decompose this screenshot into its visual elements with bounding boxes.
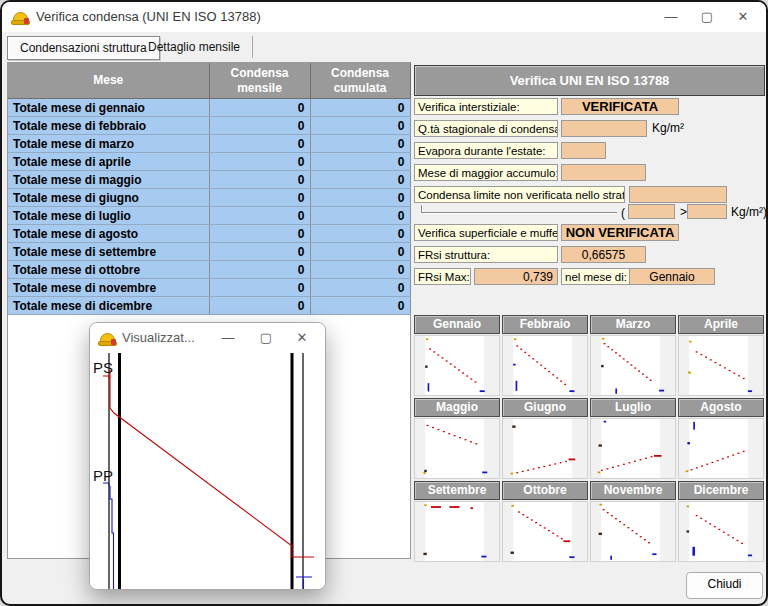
tab-bar: Condensazioni struttura Dettaglio mensil… xyxy=(2,32,766,62)
table-cell-mensile: 0 xyxy=(209,153,310,171)
month-chart-plot xyxy=(502,335,588,396)
table-cell-mese: Totale mese di ottobre xyxy=(8,261,209,279)
condensa-limite-value xyxy=(629,186,727,203)
viewer-title: Visualizzat... xyxy=(122,323,195,353)
table-row: Totale mese di gennaio00 xyxy=(8,99,410,117)
month-chart-header: Giugno xyxy=(502,398,588,417)
frsi-struttura-label: FRsi struttura: xyxy=(414,246,558,263)
month-chart-header: Dicembre xyxy=(678,481,764,500)
verifica-superficiale-value: NON VERIFICATA xyxy=(561,224,679,241)
month-chart-header: Marzo xyxy=(590,315,676,334)
table-cell-cumulata: 0 xyxy=(310,189,410,207)
month-chart-header: Aprile xyxy=(678,315,764,334)
qta-stagionale-value xyxy=(561,120,647,137)
table-row: Totale mese di luglio00 xyxy=(8,207,410,225)
table-cell-mensile: 0 xyxy=(209,297,310,315)
table-cell-cumulata: 0 xyxy=(310,207,410,225)
month-chart-maggio[interactable]: Maggio xyxy=(414,398,500,479)
table-cell-mese: Totale mese di gennaio xyxy=(8,99,209,117)
qta-stagionale-unit: Kg/m² xyxy=(652,120,684,137)
table-row: Totale mese di giugno00 xyxy=(8,189,410,207)
viewer-window[interactable]: Visualizzat... — ▢ ✕ PS PP xyxy=(89,322,326,590)
minimize-button[interactable]: — xyxy=(654,2,688,32)
maximize-button[interactable]: ▢ xyxy=(690,2,724,32)
hardhat-icon xyxy=(98,331,116,346)
month-chart-header: Novembre xyxy=(590,481,676,500)
table-row: Totale mese di febbraio00 xyxy=(8,117,410,135)
table-cell-mese: Totale mese di novembre xyxy=(8,279,209,297)
month-chart-novembre[interactable]: Novembre xyxy=(590,481,676,562)
table-cell-mese: Totale mese di maggio xyxy=(8,171,209,189)
limit-gt-sign: > xyxy=(680,204,687,221)
condensa-limite-label: Condensa limite non verificata nello str… xyxy=(414,186,625,203)
table-cell-mensile: 0 xyxy=(209,99,310,117)
frsi-max-label: FRsi Max: xyxy=(414,268,471,285)
table-cell-mese: Totale mese di settembre xyxy=(8,243,209,261)
col-header-condensa-mensile: Condensa mensile xyxy=(209,63,310,99)
pp-label: PP xyxy=(93,467,113,484)
table-row: Totale mese di aprile00 xyxy=(8,153,410,171)
table-cell-mensile: 0 xyxy=(209,135,310,153)
table-cell-cumulata: 0 xyxy=(310,135,410,153)
verifica-interstiziale-value: VERIFICATA xyxy=(561,98,679,115)
limit-paren-open: ( xyxy=(621,205,625,222)
table-cell-mese: Totale mese di luglio xyxy=(8,207,209,225)
month-chart-header: Settembre xyxy=(414,481,500,500)
month-chart-aprile[interactable]: Aprile xyxy=(678,315,764,396)
month-chart-febbraio[interactable]: Febbraio xyxy=(502,315,588,396)
table-header-row: Mese Condensa mensile Condensa cumulata xyxy=(8,63,410,99)
month-chart-marzo[interactable]: Marzo xyxy=(590,315,676,396)
table-cell-mensile: 0 xyxy=(209,243,310,261)
month-chart-plot xyxy=(678,501,764,562)
month-chart-settembre[interactable]: Settembre xyxy=(414,481,500,562)
close-button[interactable]: ✕ xyxy=(726,2,760,32)
limit-bracket-line xyxy=(421,212,617,214)
layer-line-left xyxy=(118,353,121,589)
qta-stagionale-label: Q.tà stagionale di condensa: xyxy=(414,120,558,137)
month-chart-header: Agosto xyxy=(678,398,764,417)
verifica-superficiale-label: Verifica superficiale e muffe: xyxy=(414,224,558,241)
title-bar[interactable]: Verifica condensa (UNI EN ISO 13788) — ▢… xyxy=(2,2,766,32)
table-cell-mensile: 0 xyxy=(209,279,310,297)
table-row: Totale mese di novembre00 xyxy=(8,279,410,297)
frsi-max-value: 0,739 xyxy=(474,268,558,285)
app-window: Verifica condensa (UNI EN ISO 13788) — ▢… xyxy=(0,0,768,606)
table-cell-cumulata: 0 xyxy=(310,279,410,297)
table-cell-mensile: 0 xyxy=(209,117,310,135)
viewer-title-bar[interactable]: Visualizzat... — ▢ ✕ xyxy=(90,323,325,354)
month-chart-header: Febbraio xyxy=(502,315,588,334)
table-row: Totale mese di dicembre00 xyxy=(8,297,410,315)
limit-box-1 xyxy=(628,204,675,219)
table-row: Totale mese di marzo00 xyxy=(8,135,410,153)
mese-accumulo-label: Mese di maggior accumulo: xyxy=(414,164,558,181)
month-chart-gennaio[interactable]: Gennaio xyxy=(414,315,500,396)
verifica-panel-title: Verifica UNI EN ISO 13788 xyxy=(414,65,765,96)
table-cell-cumulata: 0 xyxy=(310,117,410,135)
month-grid: GennaioFebbraioMarzoAprileMaggioGiugnoLu… xyxy=(414,315,765,562)
col-header-condensa-cumulata: Condensa cumulata xyxy=(310,63,410,99)
viewer-close-button[interactable]: ✕ xyxy=(287,323,317,353)
month-chart-dicembre[interactable]: Dicembre xyxy=(678,481,764,562)
viewer-maximize-button[interactable]: ▢ xyxy=(251,323,281,353)
month-chart-plot xyxy=(678,335,764,396)
month-chart-luglio[interactable]: Luglio xyxy=(590,398,676,479)
table-cell-cumulata: 0 xyxy=(310,99,410,117)
chiudi-button[interactable]: Chiudi xyxy=(686,572,763,599)
month-chart-plot xyxy=(502,501,588,562)
month-chart-giugno[interactable]: Giugno xyxy=(502,398,588,479)
tab-dettaglio-mensile[interactable]: Dettaglio mensile xyxy=(136,36,253,58)
table-cell-cumulata: 0 xyxy=(310,261,410,279)
viewer-minimize-button[interactable]: — xyxy=(213,323,243,353)
table-row: Totale mese di settembre00 xyxy=(8,243,410,261)
evapora-estate-label: Evapora durante l'estate: xyxy=(414,142,558,159)
month-chart-plot xyxy=(590,418,676,479)
verifica-interstiziale-label: Verifica interstiziale: xyxy=(414,98,558,115)
month-chart-ottobre[interactable]: Ottobre xyxy=(502,481,588,562)
month-chart-header: Luglio xyxy=(590,398,676,417)
mese-accumulo-value xyxy=(561,164,646,181)
window-title: Verifica condensa (UNI EN ISO 13788) xyxy=(36,2,261,32)
month-chart-plot xyxy=(502,418,588,479)
nel-mese-di-value: Gennaio xyxy=(629,268,715,285)
month-chart-agosto[interactable]: Agosto xyxy=(678,398,764,479)
month-chart-plot xyxy=(590,501,676,562)
